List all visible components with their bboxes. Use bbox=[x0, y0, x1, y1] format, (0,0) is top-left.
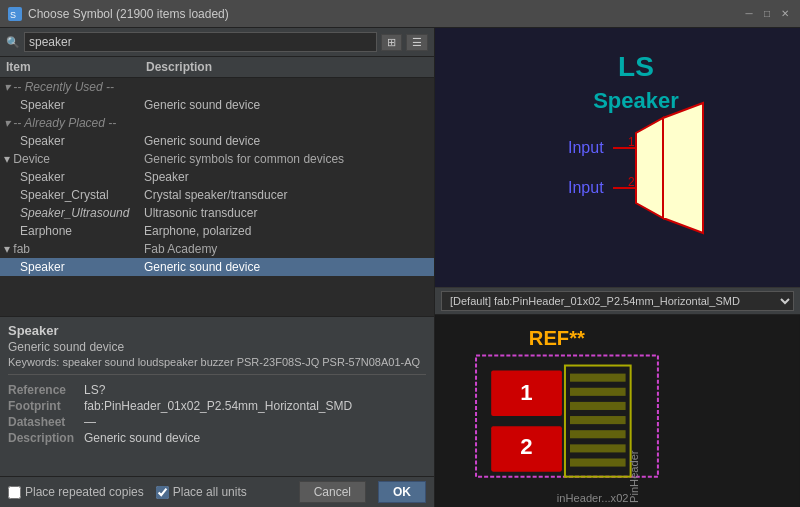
tree-area[interactable]: ▾ -- Recently Used -- Speaker Generic so… bbox=[0, 78, 434, 316]
footprint-label: Footprint bbox=[8, 399, 78, 413]
list-item[interactable]: ▾ Device Generic symbols for common devi… bbox=[0, 150, 434, 168]
svg-rect-25 bbox=[570, 416, 626, 424]
svg-rect-27 bbox=[570, 444, 626, 452]
window-controls[interactable]: ─ □ ✕ bbox=[742, 7, 792, 21]
description-label: Description bbox=[8, 431, 78, 445]
svg-text:2: 2 bbox=[628, 175, 635, 189]
svg-text:2: 2 bbox=[520, 434, 532, 459]
info-fields: Reference LS? Footprint fab:PinHeader_01… bbox=[8, 383, 426, 445]
component-name: Speaker bbox=[8, 323, 426, 338]
svg-text:1: 1 bbox=[520, 380, 532, 405]
component-keywords: Keywords: speaker sound loudspeaker buzz… bbox=[8, 356, 426, 368]
place-repeated-group: Place repeated copies bbox=[8, 485, 144, 499]
svg-rect-26 bbox=[570, 430, 626, 438]
reference-field: Reference LS? bbox=[8, 383, 426, 397]
svg-text:REF**: REF** bbox=[529, 327, 585, 349]
list-item[interactable]: Speaker Generic sound device bbox=[0, 96, 434, 114]
svg-marker-12 bbox=[663, 103, 703, 233]
place-all-units-group: Place all units bbox=[156, 485, 247, 499]
maximize-button[interactable]: □ bbox=[760, 7, 774, 21]
bottom-bar: Place repeated copies Place all units Ca… bbox=[0, 476, 434, 507]
svg-rect-28 bbox=[570, 458, 626, 466]
list-item[interactable]: Speaker_Ultrasound Ultrasonic transducer bbox=[0, 204, 434, 222]
list-item[interactable]: ▾ fab Fab Academy bbox=[0, 240, 434, 258]
svg-text:PinHeader: PinHeader bbox=[628, 450, 640, 503]
tree-header: Item Description bbox=[0, 57, 434, 78]
place-all-units-label: Place all units bbox=[173, 485, 247, 499]
place-repeated-label: Place repeated copies bbox=[25, 485, 144, 499]
component-description: Generic sound device bbox=[8, 340, 426, 354]
list-item[interactable]: Speaker_Crystal Crystal speaker/transduc… bbox=[0, 186, 434, 204]
main-content: 🔍 ⊞ ☰ Item Description ▾ -- Recently Use… bbox=[0, 28, 800, 507]
footprint-value: fab:PinHeader_01x02_P2.54mm_Horizontal_S… bbox=[84, 399, 352, 413]
svg-text:S: S bbox=[10, 10, 16, 20]
info-panel: Speaker Generic sound device Keywords: s… bbox=[0, 316, 434, 476]
search-input[interactable] bbox=[24, 32, 377, 52]
svg-text:inHeader...x02: inHeader...x02 bbox=[557, 492, 629, 504]
search-icon: 🔍 bbox=[6, 36, 20, 49]
datasheet-value: — bbox=[84, 415, 96, 429]
svg-marker-11 bbox=[636, 118, 663, 218]
svg-rect-24 bbox=[570, 402, 626, 410]
footprint-svg: REF** 1 2 PinHead bbox=[435, 315, 800, 507]
svg-text:Input: Input bbox=[568, 139, 604, 156]
symbol-preview: LS Speaker Input 1 Input 2 bbox=[435, 28, 800, 288]
close-button[interactable]: ✕ bbox=[778, 7, 792, 21]
col-desc-header: Description bbox=[146, 60, 428, 74]
description-value: Generic sound device bbox=[84, 431, 200, 445]
svg-rect-14 bbox=[436, 315, 800, 507]
svg-rect-23 bbox=[570, 388, 626, 396]
window-title: Choose Symbol (21900 items loaded) bbox=[28, 7, 229, 21]
datasheet-field: Datasheet — bbox=[8, 415, 426, 429]
title-bar-left: S Choose Symbol (21900 items loaded) bbox=[8, 7, 229, 21]
list-item[interactable]: Speaker Generic sound device bbox=[0, 258, 434, 276]
col-item-header: Item bbox=[6, 60, 146, 74]
reference-value: LS? bbox=[84, 383, 105, 397]
svg-text:LS: LS bbox=[618, 51, 654, 82]
app-icon: S bbox=[8, 7, 22, 21]
minimize-button[interactable]: ─ bbox=[742, 7, 756, 21]
svg-text:Input: Input bbox=[568, 179, 604, 196]
title-bar: S Choose Symbol (21900 items loaded) ─ □… bbox=[0, 0, 800, 28]
footprint-select[interactable]: [Default] fab:PinHeader_01x02_P2.54mm_Ho… bbox=[441, 291, 794, 311]
svg-text:Speaker: Speaker bbox=[593, 88, 679, 113]
list-item[interactable]: Earphone Earphone, polarized bbox=[0, 222, 434, 240]
list-item[interactable]: Speaker Speaker bbox=[0, 168, 434, 186]
place-repeated-checkbox[interactable] bbox=[8, 486, 21, 499]
ok-button[interactable]: OK bbox=[378, 481, 426, 503]
list-item[interactable]: ▾ -- Recently Used -- bbox=[0, 78, 434, 96]
footprint-field: Footprint fab:PinHeader_01x02_P2.54mm_Ho… bbox=[8, 399, 426, 413]
options-button[interactable]: ☰ bbox=[406, 34, 428, 51]
reference-label: Reference bbox=[8, 383, 78, 397]
right-panel: LS Speaker Input 1 Input 2 bbox=[435, 28, 800, 507]
datasheet-label: Datasheet bbox=[8, 415, 78, 429]
left-panel: 🔍 ⊞ ☰ Item Description ▾ -- Recently Use… bbox=[0, 28, 435, 507]
search-bar: 🔍 ⊞ ☰ bbox=[0, 28, 434, 57]
description-field: Description Generic sound device bbox=[8, 431, 426, 445]
list-item[interactable]: ▾ -- Already Placed -- bbox=[0, 114, 434, 132]
list-item[interactable]: Speaker Generic sound device bbox=[0, 132, 434, 150]
svg-rect-22 bbox=[570, 374, 626, 382]
symbol-svg: LS Speaker Input 1 Input 2 bbox=[488, 38, 748, 278]
footprint-preview: REF** 1 2 PinHead bbox=[435, 315, 800, 507]
svg-text:1: 1 bbox=[628, 135, 635, 149]
footprint-bar: [Default] fab:PinHeader_01x02_P2.54mm_Ho… bbox=[435, 288, 800, 315]
cancel-button[interactable]: Cancel bbox=[299, 481, 366, 503]
filter-button[interactable]: ⊞ bbox=[381, 34, 402, 51]
place-all-units-checkbox[interactable] bbox=[156, 486, 169, 499]
